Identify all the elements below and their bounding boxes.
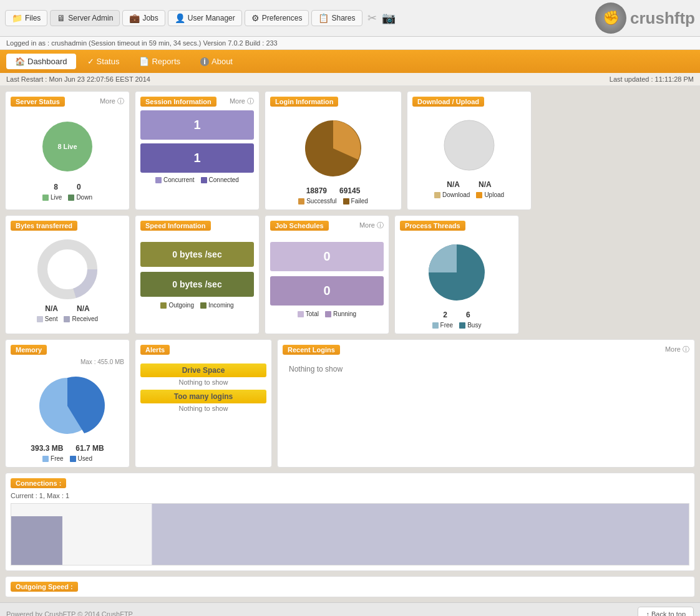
login-info-widget: Login Information 18879 69145 Succe — [265, 91, 402, 210]
server-status-widget: Server Status More ⓘ 8 Live 8 0 Live — [5, 91, 130, 210]
free-dot — [432, 322, 439, 329]
speed-legend: Outgoing Incoming — [140, 302, 254, 309]
legend-sent: Sent — [37, 315, 58, 322]
footer-crushftp-link2[interactable]: CrushFTP — [102, 610, 133, 616]
logo-text: crushftp — [630, 9, 695, 28]
session-info-widget: Session Information More ⓘ 1 1 Concurren… — [135, 91, 260, 210]
bytes-title: Bytes transferred — [11, 221, 77, 231]
received-value: N/A — [77, 304, 90, 313]
alerts-widget: Alerts Drive Space Nothing to show Too m… — [135, 339, 272, 468]
total-dot — [298, 311, 304, 317]
connections-title: Connections : — [11, 478, 689, 492]
process-title: Process Threads — [400, 221, 465, 231]
memory-legend: Free Used — [11, 455, 124, 462]
free-threads: 2 — [443, 310, 447, 319]
download-upload-widget: Download / Upload N/A N/A Download Uploa… — [407, 91, 532, 210]
dl-chart — [412, 110, 526, 180]
top-navigation: 📁 Files 🖥 Server Admin 💼 Jobs 👤 User Man… — [0, 0, 700, 37]
process-legend: Free Busy — [400, 322, 513, 329]
tab-about[interactable]: i About — [192, 54, 241, 69]
alert-drive-space: Drive Space Nothing to show — [140, 363, 266, 386]
legend-concurrent: Concurrent — [155, 176, 194, 183]
alert-too-many-logins: Too many logins Nothing to show — [140, 390, 266, 412]
job-more[interactable]: More ⓘ — [359, 221, 384, 230]
legend-busy-threads: Busy — [459, 322, 481, 329]
nav-jobs[interactable]: 💼 Jobs — [122, 10, 165, 26]
nav-files[interactable]: 📁 Files — [5, 10, 47, 26]
server-down-count: 0 — [77, 183, 81, 191]
server-status-title: Server Status — [11, 97, 65, 107]
widget-row-2: Bytes transferred N/A N/A Sent Received — [5, 215, 695, 334]
alerts-title: Alerts — [140, 345, 170, 355]
tab-bar: 🏠 Dashboard ✓ Status 📄 Reports i About — [0, 50, 700, 73]
connections-section: Connections : Current : 1, Max : 1 — [5, 473, 695, 571]
bytes-legend: Sent Received — [11, 315, 124, 322]
alert-logins-label: Too many logins — [140, 390, 266, 403]
speed-widget: Speed Information 0 bytes /sec 0 bytes /… — [135, 215, 260, 334]
user-icon: 👤 — [175, 13, 185, 23]
memory-used: 61.7 MB — [75, 444, 104, 453]
status-icon: ✓ — [87, 57, 94, 66]
connected-value: 1 — [193, 151, 200, 165]
live-dot — [42, 195, 49, 201]
legend-connected: Connected — [201, 176, 239, 183]
nav-user-manager[interactable]: 👤 User Manager — [168, 10, 242, 26]
legend-down: Down — [68, 194, 92, 201]
shares-icon: 📋 — [318, 13, 329, 23]
tab-reports[interactable]: 📄 Reports — [130, 54, 189, 69]
received-dot — [64, 316, 70, 322]
server-status-more[interactable]: More ⓘ — [100, 97, 124, 106]
download-value: N/A — [447, 180, 460, 189]
back-to-top-button[interactable]: ↑ Back to top — [638, 607, 694, 616]
session-info-title: Session Information — [140, 97, 216, 107]
dl-legend: Download Upload — [412, 191, 526, 198]
memory-values: 393.3 MB 61.7 MB — [11, 444, 124, 453]
last-restart: Last Restart : Mon Jun 23 22:07:56 EEST … — [6, 75, 150, 83]
busy-dot — [459, 322, 465, 329]
login-values: 18879 69145 — [270, 186, 396, 195]
memory-free: 393.3 MB — [31, 444, 63, 453]
tab-dashboard[interactable]: 🏠 Dashboard — [6, 54, 76, 69]
legend-used-memory: Used — [70, 455, 92, 462]
memory-title: Memory — [11, 345, 47, 355]
alert-logins-text: Nothing to show — [140, 405, 266, 412]
footer-text: Powered by CrushFTP © 2014 CrushFTP — [6, 610, 133, 616]
server-status-values: 8 0 — [11, 183, 124, 191]
legend-free-threads: Free — [432, 322, 454, 329]
successful-dot — [298, 198, 304, 205]
nav-shares[interactable]: 📋 Shares — [311, 10, 362, 26]
svg-rect-9 — [11, 516, 62, 565]
sent-dot — [37, 316, 43, 322]
process-widget: Process Threads 2 6 Free — [394, 215, 519, 334]
nav-camera-icon[interactable]: 📷 — [382, 11, 396, 25]
legend-failed: Failed — [343, 198, 368, 205]
failed-dot — [343, 198, 349, 205]
legend-running: Running — [325, 310, 356, 317]
server-live-count: 8 — [54, 183, 58, 191]
memory-chart — [11, 368, 124, 444]
session-info-more[interactable]: More ⓘ — [230, 97, 254, 106]
nav-preferences[interactable]: ⚙ Preferences — [245, 10, 309, 26]
nav-server-admin[interactable]: 🖥 Server Admin — [50, 10, 120, 26]
busy-threads: 6 — [466, 310, 470, 319]
down-dot — [68, 195, 74, 201]
server-icon: 🖥 — [57, 13, 66, 23]
widget-row-3: Memory Max : 455.0 MB 393.3 MB 61.7 MB F… — [5, 339, 695, 468]
svg-point-3 — [444, 120, 494, 170]
concurrent-dot — [155, 177, 162, 183]
svg-text:8 Live: 8 Live — [57, 143, 77, 150]
recent-logins-more[interactable]: More ⓘ — [665, 345, 689, 354]
nav-extra-icon[interactable]: ✂ — [367, 11, 377, 25]
running-job-bar: 0 — [270, 276, 384, 306]
tab-status[interactable]: ✓ Status — [79, 54, 129, 69]
legend-upload: Upload — [476, 191, 504, 198]
running-dot — [325, 311, 331, 317]
last-updated: Last updated : 11:11:28 PM — [610, 75, 694, 83]
incoming-speed-bar: 0 bytes /sec — [140, 272, 254, 297]
connections-info: Current : 1, Max : 1 — [11, 492, 689, 499]
memory-max: Max : 455.0 MB — [11, 359, 124, 365]
reports-icon: 📄 — [139, 57, 149, 66]
footer-crushftp-link1[interactable]: CrushFTP — [44, 610, 77, 616]
dl-values: N/A N/A — [412, 180, 526, 189]
failed-count: 69145 — [339, 186, 360, 195]
